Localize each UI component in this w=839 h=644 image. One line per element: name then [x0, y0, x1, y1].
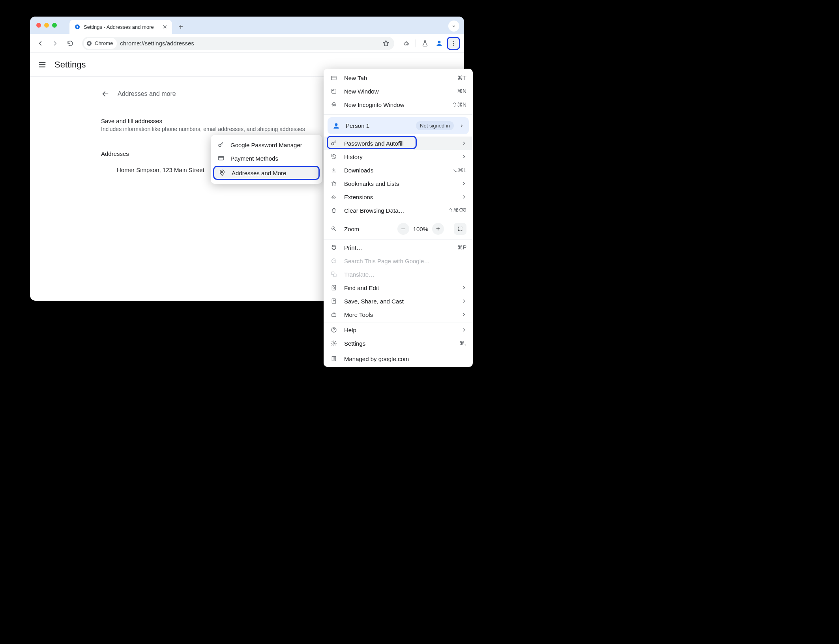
chevron-right-icon	[462, 195, 466, 199]
person-icon	[332, 122, 340, 130]
menu-more-tools[interactable]: More Tools	[324, 308, 473, 321]
key-icon	[217, 141, 225, 148]
menu-accelerator: ⇧⌘N	[452, 101, 466, 108]
forward-button[interactable]	[49, 37, 62, 50]
minimize-window-button[interactable]	[44, 23, 49, 28]
bookmark-star-icon[interactable]	[379, 37, 393, 50]
reload-button[interactable]	[64, 37, 77, 50]
overflow-menu-button[interactable]	[447, 37, 460, 50]
svg-point-3	[88, 42, 90, 44]
menu-profile-row[interactable]: Person 1 Not signed in	[328, 117, 469, 134]
fullscreen-button[interactable]	[454, 223, 466, 235]
menu-extensions[interactable]: Extensions	[324, 190, 473, 204]
menu-find[interactable]: Find and Edit	[324, 281, 473, 294]
chevron-right-icon	[462, 312, 466, 317]
toolbox-icon	[330, 311, 338, 318]
close-window-button[interactable]	[36, 23, 41, 28]
overflow-menu: New Tab ⌘T New Window ⌘N New Incognito W…	[324, 69, 473, 367]
tabs-list-button[interactable]	[448, 21, 459, 32]
address-bar[interactable]: Chrome chrome://settings/addresses	[82, 37, 394, 50]
extensions-puzzle-icon[interactable]	[400, 37, 413, 50]
menu-separator	[324, 114, 473, 115]
menu-label: History	[344, 154, 455, 160]
help-icon	[330, 327, 338, 333]
zoom-divider	[449, 224, 449, 234]
zoom-icon	[330, 226, 338, 232]
menu-clear-data[interactable]: Clear Browsing Data… ⇧⌘⌫	[324, 204, 473, 217]
chevron-right-icon	[459, 124, 464, 128]
menu-downloads[interactable]: Downloads ⌥⌘L	[324, 163, 473, 177]
menu-separator	[324, 218, 473, 218]
menu-label: New Window	[344, 88, 451, 95]
google-g-icon	[330, 258, 338, 264]
zoom-out-button[interactable]: −	[397, 223, 409, 235]
menu-zoom-row: Zoom − 100% +	[324, 219, 473, 239]
menu-accelerator: ⇧⌘⌫	[448, 207, 466, 213]
svg-point-13	[335, 123, 338, 126]
profile-badge: Not signed in	[416, 121, 454, 130]
chevron-right-icon	[462, 299, 466, 303]
menu-label: Extensions	[344, 194, 455, 200]
tab-strip: Settings - Addresses and more ✕ +	[30, 17, 464, 34]
menu-accelerator: ⌥⌘L	[451, 167, 466, 173]
toolbar-actions	[400, 37, 460, 50]
svg-rect-18	[332, 285, 335, 290]
new-tab-button[interactable]: +	[175, 21, 186, 32]
menu-label: Print…	[344, 244, 451, 251]
menu-help[interactable]: Help	[324, 323, 473, 337]
svg-point-1	[77, 26, 78, 28]
building-icon	[330, 356, 338, 362]
tab-close-icon[interactable]: ✕	[163, 24, 167, 30]
submenu-payment-methods[interactable]: Payment Methods	[211, 152, 322, 165]
menu-accelerator: ⌘N	[457, 88, 466, 94]
menu-label: New Incognito Window	[344, 101, 446, 108]
menu-separator	[324, 240, 473, 240]
menu-bookmarks[interactable]: Bookmarks and Lists	[324, 177, 473, 190]
menu-translate: Translate…	[324, 268, 473, 281]
subpage-title: Addresses and more	[118, 90, 176, 97]
settings-gear-icon	[74, 24, 81, 30]
menu-label: Bookmarks and Lists	[344, 180, 455, 187]
fullscreen-window-button[interactable]	[52, 23, 57, 28]
svg-rect-9	[218, 157, 224, 160]
menu-new-window[interactable]: New Window ⌘N	[324, 84, 473, 98]
browser-window: Settings - Addresses and more ✕ + Chrome…	[30, 17, 464, 301]
labs-flask-icon[interactable]	[418, 37, 432, 50]
url-text: chrome://settings/addresses	[120, 40, 376, 47]
menu-label: Downloads	[344, 167, 445, 174]
menu-settings[interactable]: Settings ⌘,	[324, 337, 473, 350]
site-chip[interactable]: Chrome	[84, 38, 117, 49]
menu-new-tab[interactable]: New Tab ⌘T	[324, 71, 473, 84]
zoom-value: 100%	[413, 226, 428, 232]
menu-label: More Tools	[344, 311, 455, 318]
history-icon	[330, 154, 338, 160]
submenu-password-manager[interactable]: Google Password Manager	[211, 138, 322, 152]
translate-icon	[330, 271, 338, 277]
chevron-right-icon	[462, 181, 466, 186]
menu-label: New Tab	[344, 75, 451, 81]
navigation-toolbar: Chrome chrome://settings/addresses	[30, 34, 464, 53]
browser-tab[interactable]: Settings - Addresses and more ✕	[69, 20, 172, 34]
menu-label: Find and Edit	[344, 285, 455, 291]
menu-label: Search This Page with Google…	[344, 258, 466, 264]
menu-separator	[324, 351, 473, 351]
back-button[interactable]	[34, 37, 47, 50]
window-controls	[36, 23, 57, 28]
svg-rect-12	[332, 89, 336, 94]
menu-history[interactable]: History	[324, 150, 473, 163]
menu-save-share[interactable]: Save, Share, and Cast	[324, 294, 473, 308]
key-icon	[330, 140, 338, 147]
zoom-in-button[interactable]: +	[432, 223, 444, 235]
submenu-addresses[interactable]: Addresses and More	[213, 166, 320, 180]
tab-title: Settings - Addresses and more	[84, 24, 159, 30]
hamburger-menu-icon[interactable]	[38, 60, 47, 69]
menu-accelerator: ⌘P	[457, 244, 466, 251]
menu-passwords-autofill[interactable]: Passwords and Autofill	[324, 137, 473, 150]
svg-point-4	[438, 41, 441, 43]
menu-managed[interactable]: Managed by google.com	[324, 352, 473, 365]
menu-incognito[interactable]: New Incognito Window ⇧⌘N	[324, 98, 473, 111]
back-arrow-icon[interactable]	[101, 90, 110, 98]
profile-avatar-icon[interactable]	[433, 37, 446, 50]
trash-icon	[330, 207, 338, 213]
menu-print[interactable]: Print… ⌘P	[324, 241, 473, 254]
